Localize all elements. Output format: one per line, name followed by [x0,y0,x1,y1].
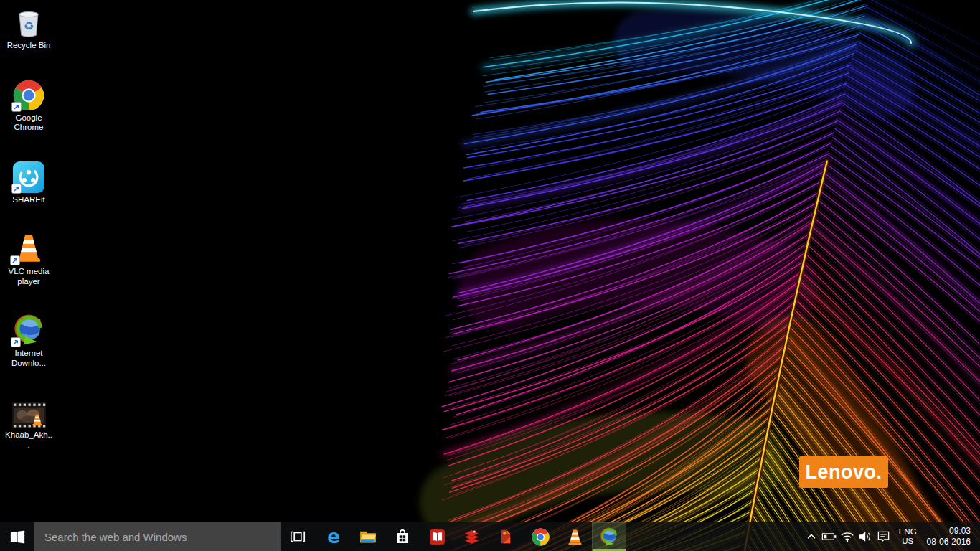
red-book-app-icon [428,528,446,546]
search-input[interactable] [34,522,281,551]
start-button[interactable] [0,522,34,551]
taskbar-app-store[interactable] [385,522,420,551]
taskbar-app-orange-reader-app[interactable] [489,522,523,551]
google-chrome-icon [13,77,44,111]
action-center-icon[interactable] [875,527,892,547]
hidden-icons-chevron-icon[interactable] [803,527,821,547]
shortcut-arrow-icon [11,184,22,194]
language-line1: ENG [899,527,917,537]
taskbar-app-idm[interactable] [592,522,626,551]
desktop-icon-video-file[interactable]: Khaab_Akh... [1,394,56,450]
taskbar-app-red-book-app[interactable] [420,522,454,551]
wifi-icon[interactable] [839,527,857,547]
desktop-icon-vlc[interactable]: VLC media player [1,230,56,286]
desktop-icon-google-chrome[interactable]: Google Chrome [1,77,56,133]
desktop-icon-recycle-bin[interactable]: ♻Recycle Bin [1,4,56,51]
store-icon [394,528,411,545]
volume-icon[interactable] [857,527,875,547]
svg-text:♻: ♻ [24,19,34,33]
edge-icon: e [324,527,344,547]
vlc-cone-overlay-icon [30,413,44,430]
taskbar-pinned-apps: e [316,522,626,551]
desktop-icon-label: Khaab_Akh... [4,430,53,450]
orange-reader-app-icon [497,528,514,545]
lenovo-logo: Lenovo. [799,456,888,488]
shareit-icon [13,159,44,193]
task-view-button[interactable] [281,522,315,551]
task-view-icon [289,528,306,545]
svg-text:e: e [327,527,340,547]
chrome-icon [532,528,550,546]
desktop-icon-label: Internet Downlo... [4,349,53,368]
lenovo-logo-text: Lenovo. [805,461,882,484]
taskbar-app-edge[interactable]: e [316,522,351,551]
desktop-icon-label: Recycle Bin [7,41,51,51]
shortcut-arrow-icon [11,337,21,347]
video-file-icon [12,394,46,428]
desktop-icon-grid: ♻Recycle Bin Google Chrome SHAREit VLC m… [1,4,56,450]
file-explorer-icon [359,527,377,546]
idm-icon [12,312,46,347]
taskbar: e ENG US 09:03 08-06-2016 [0,522,980,551]
desktop-icon-label: VLC media player [4,267,53,286]
taskbar-app-vlc[interactable] [557,522,592,551]
shortcut-arrow-icon [11,102,22,112]
vlc-icon [565,527,585,547]
battery-icon[interactable] [821,527,839,547]
system-tray: ENG US 09:03 08-06-2016 [803,522,980,551]
clock-date: 08-06-2016 [927,537,971,547]
desktop-icon-label: SHAREit [12,195,44,205]
vlc-icon [11,230,46,265]
clock-time: 09:03 [927,526,971,537]
taskbar-search[interactable] [34,522,281,551]
idm-icon [599,527,619,547]
windows-logo-icon [10,529,25,545]
taskbar-app-file-explorer[interactable] [351,522,385,551]
desktop: Lenovo. ♻Recycle Bin Google Chrome SHARE… [0,0,980,551]
clock[interactable]: 09:03 08-06-2016 [923,526,977,547]
taskbar-app-chrome[interactable] [523,522,557,551]
language-line2: US [899,537,917,546]
recycle-bin-icon: ♻ [13,4,44,39]
language-indicator[interactable]: ENG US [892,527,923,546]
taskbar-app-red-stack-app[interactable] [454,522,489,551]
desktop-icon-shareit[interactable]: SHAREit [1,159,56,205]
tray-icon-group [803,527,892,547]
red-stack-app-icon [463,528,481,546]
shortcut-arrow-icon [10,255,20,265]
desktop-icon-label: Google Chrome [4,113,53,133]
desktop-icon-idm[interactable]: Internet Downlo... [1,312,56,368]
